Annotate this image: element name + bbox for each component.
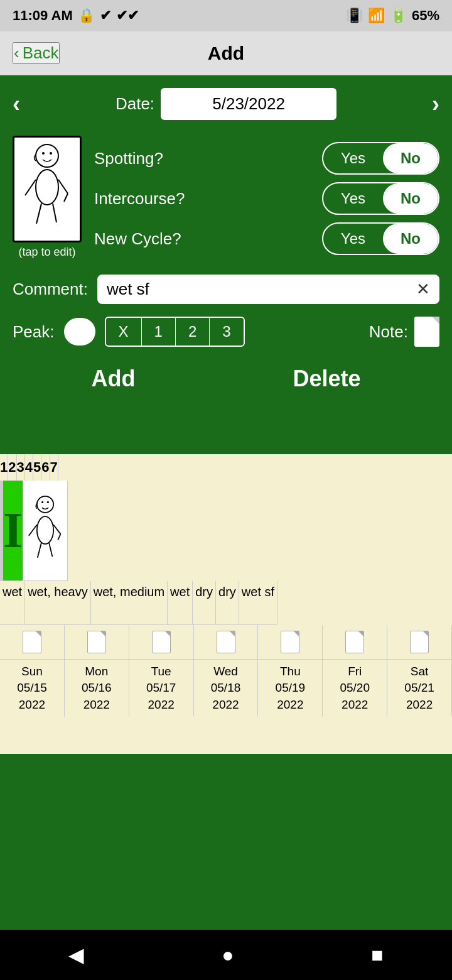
svg-line-5	[36, 204, 41, 224]
peak-x-button[interactable]: X	[106, 318, 141, 346]
page-title: Add	[208, 43, 244, 64]
body-image[interactable]	[13, 136, 82, 242]
date-prev-button[interactable]: ‹	[13, 91, 20, 117]
cal-day-2: 2	[8, 454, 16, 481]
cal-baby-svg	[23, 489, 67, 571]
lock-icon: 🔒	[78, 8, 95, 24]
cal-day-4: 4	[25, 454, 33, 481]
cal-note-7[interactable]	[387, 625, 452, 660]
cal-label-7: wet sf	[239, 581, 277, 625]
cal-date-6: Fri05/202022	[323, 660, 387, 717]
home-nav-button[interactable]: ●	[203, 937, 252, 973]
peak-1-button[interactable]: 1	[141, 318, 175, 346]
note-icon-button[interactable]	[414, 317, 439, 347]
wifi-icon: 📶	[368, 8, 385, 24]
cal-day-6: 6	[41, 454, 50, 481]
add-button[interactable]: Add	[91, 366, 135, 392]
date-label: Date:	[116, 94, 154, 114]
peak-2-button[interactable]: 2	[175, 318, 209, 346]
cal-cell-3[interactable]	[1, 481, 2, 581]
intercourse-row: Intercourse? Yes No	[94, 182, 439, 215]
svg-point-25	[47, 501, 49, 503]
date-next-button[interactable]: ›	[432, 91, 439, 117]
peak-3-button[interactable]: 3	[209, 318, 243, 346]
cal-day-7: 7	[50, 454, 58, 481]
intercourse-no-button[interactable]: No	[383, 183, 438, 214]
tap-to-edit-label: (tap to edit)	[18, 246, 75, 259]
status-right: 📳 📶 🔋 65%	[346, 8, 439, 24]
comment-input[interactable]	[107, 280, 416, 299]
note-doc-4	[217, 631, 235, 653]
spotting-no-button[interactable]: No	[383, 143, 438, 173]
cal-note-3[interactable]	[129, 625, 194, 660]
cal-note-2[interactable]	[65, 625, 129, 660]
back-chevron-icon: ‹	[14, 43, 19, 63]
note-doc-6	[345, 631, 364, 653]
cal-label-1: wet	[0, 581, 25, 625]
green-footer	[0, 754, 452, 930]
svg-line-22	[38, 543, 41, 558]
back-button[interactable]: ‹ Back	[13, 42, 60, 64]
cal-note-6[interactable]	[323, 625, 387, 660]
svg-line-20	[53, 525, 60, 534]
new-cycle-yes-button[interactable]: Yes	[323, 224, 383, 254]
spotting-label: Spotting?	[94, 149, 163, 168]
cal-label-4: wet	[168, 581, 193, 625]
vibrate-icon: 📳	[346, 8, 363, 24]
cal-date-1: Sun05/152022	[0, 660, 65, 717]
note-doc-1	[23, 631, 41, 653]
new-cycle-no-button[interactable]: No	[383, 224, 438, 254]
body-area: (tap to edit) Spotting? Yes No Intercour…	[13, 136, 439, 259]
cal-day-5: 5	[33, 454, 41, 481]
calendar-header: 1 2 3 4 5 6 7	[0, 454, 452, 481]
comment-row: Comment: ✕	[13, 275, 439, 304]
svg-point-18	[37, 516, 53, 544]
cal-note-5[interactable]	[258, 625, 323, 660]
svg-point-24	[41, 501, 43, 503]
main-content: ‹ Date: ›	[0, 75, 452, 454]
cal-day-3: 3	[17, 454, 25, 481]
cal-cell-6[interactable]: I	[3, 481, 23, 581]
cal-date-7: Sat05/212022	[387, 660, 452, 717]
svg-point-7	[42, 152, 45, 155]
comment-clear-button[interactable]: ✕	[416, 280, 430, 299]
svg-point-8	[50, 152, 52, 155]
comment-input-wrapper: ✕	[97, 275, 439, 304]
intercourse-toggle[interactable]: Yes No	[322, 182, 439, 215]
intercourse-yes-button[interactable]: Yes	[323, 183, 383, 214]
status-time: 11:09 AM	[13, 8, 73, 24]
svg-point-17	[37, 496, 53, 513]
cal-note-4[interactable]	[194, 625, 259, 660]
battery-percent: 65%	[412, 8, 439, 24]
new-cycle-toggle[interactable]: Yes No	[322, 222, 439, 255]
cal-cell-7[interactable]	[23, 481, 68, 581]
peak-toggle-indicator	[64, 318, 95, 346]
svg-line-23	[49, 543, 52, 557]
new-cycle-row: New Cycle? Yes No	[94, 222, 439, 255]
note-area: Note:	[369, 317, 439, 347]
svg-point-0	[36, 144, 58, 167]
recents-nav-button[interactable]: ■	[352, 937, 402, 973]
date-row: ‹ Date: ›	[13, 88, 439, 120]
note-doc-2	[87, 631, 106, 653]
peak-label: Peak:	[13, 322, 55, 342]
spotting-yes-button[interactable]: Yes	[323, 143, 383, 173]
cal-date-5: Thu05/192022	[258, 660, 323, 717]
check-icon: ✔	[100, 8, 111, 24]
spotting-row: Spotting? Yes No	[94, 142, 439, 175]
cal-label-5: dry	[193, 581, 216, 625]
cal-label-6: dry	[216, 581, 239, 625]
cal-note-1[interactable]	[0, 625, 65, 660]
svg-line-4	[64, 193, 68, 202]
date-input[interactable]	[161, 88, 336, 120]
action-buttons: Add Delete	[13, 366, 439, 392]
back-nav-button[interactable]: ◀	[50, 937, 103, 973]
delete-button[interactable]: Delete	[293, 366, 360, 392]
spotting-toggle[interactable]: Yes No	[322, 142, 439, 175]
cal-date-4: Wed05/182022	[194, 660, 259, 717]
cal-date-3: Tue05/172022	[129, 660, 194, 717]
intercourse-label: Intercourse?	[94, 189, 185, 209]
comment-label: Comment:	[13, 280, 88, 299]
note-label: Note:	[369, 322, 408, 342]
svg-line-2	[25, 180, 36, 195]
